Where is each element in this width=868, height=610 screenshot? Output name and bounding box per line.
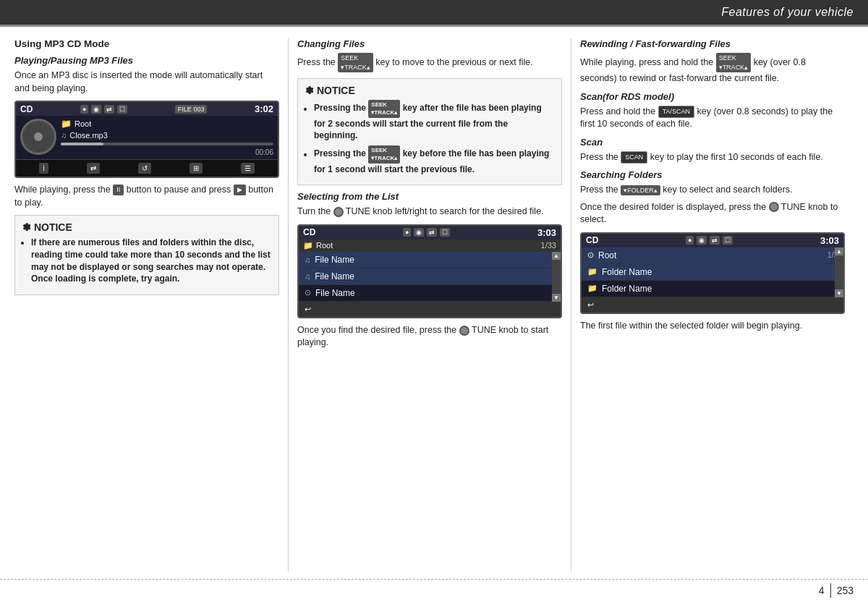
back-icon: ↩	[305, 305, 311, 314]
icon2-signal: ◉	[414, 228, 424, 237]
page-divider	[830, 583, 831, 598]
screen2-back: ↩	[299, 302, 561, 317]
seek-track-button: SEEK▾TRACK▴	[338, 53, 373, 72]
icon-signal: ◉	[91, 105, 101, 114]
rewinding-para: While playing, press and hold the SEEK▾T…	[580, 53, 845, 85]
changing-files-para: Press the SEEK▾TRACK▴ key to move to the…	[297, 53, 562, 72]
icon3-disc: ●	[686, 236, 694, 245]
screen1-body: 📁 Root ♫ Close.mp3 00:06	[16, 116, 278, 159]
screen1-time: 3:02	[255, 103, 273, 114]
screen3-cd-label: CD	[586, 235, 598, 245]
searching-after: The first file within the selected folde…	[580, 320, 845, 333]
scan-para: Press the SCAN key to play the first 10 …	[580, 151, 845, 164]
icon2-disc: ●	[403, 228, 411, 237]
mp3-screen-1: CD ● ◉ ⇄ ☐ FILE 003 3:02 📁 Root	[14, 101, 279, 178]
ctrl-list: ☰	[241, 163, 255, 174]
screen3-item-2: 📁 Folder Name	[582, 264, 843, 281]
column-1: Using MP3 CD Mode Playing/Pausing MP3 Fi…	[14, 38, 289, 572]
screen3-item-3: 📁 Folder Name	[582, 281, 843, 297]
list-item-3: ⊙ File Name	[299, 285, 561, 302]
page-section: 4	[819, 585, 825, 596]
tascan-button: TA/SCAN	[658, 106, 694, 118]
page-num-text: 253	[837, 585, 854, 596]
notice-box-1: ✽ NOTICE If there are numerous files and…	[14, 215, 279, 295]
icon-sound: ☐	[117, 105, 127, 114]
music-icon-1: ♫	[305, 255, 310, 264]
screen1-folder: 📁 Root	[61, 119, 273, 129]
para-playing: Once an MP3 disc is inserted the mode wi…	[14, 69, 279, 95]
scroll-down-3[interactable]: ▼	[835, 289, 843, 297]
page-footer: 4 253	[0, 579, 868, 601]
screen1-file: ♫ Close.mp3	[61, 131, 273, 140]
mp3-screen-2: CD ● ◉ ⇄ ☐ 3:03 📁 Root 1/33 ♫ File Name	[297, 224, 562, 318]
screen3-topbar: CD ● ◉ ⇄ ☐ 3:03	[582, 234, 843, 247]
folder-icon: 📁	[61, 119, 72, 129]
section-title-mp3: Using MP3 CD Mode	[14, 38, 279, 49]
scan-button: SCAN	[621, 151, 647, 164]
icon3-signal: ◉	[697, 236, 707, 245]
back-icon-3: ↩	[587, 300, 594, 310]
icon-disc: ●	[80, 105, 88, 114]
screen1-controls: i ⇄ ↺ ⊞ ☰	[16, 159, 278, 177]
notice-box-2: ✽ NOTICE Pressing the SEEK▾TRACK▴ key af…	[297, 78, 562, 185]
selecting-title: Selecting from the List	[297, 191, 562, 202]
screen2-icons: ● ◉ ⇄ ☐	[403, 228, 450, 237]
screen1-icons: ● ◉ ⇄ ☐	[80, 105, 127, 114]
seek-inline-1: SEEK▾TRACK▴	[368, 100, 400, 117]
seek-track-button-3: SEEK▾TRACK▴	[716, 53, 752, 72]
scan-rds-title: Scan(for RDS model)	[580, 91, 845, 102]
column-2: Changing Files Press the SEEK▾TRACK▴ key…	[289, 38, 571, 572]
scroll-up-3[interactable]: ▲	[835, 247, 843, 255]
header-title: Features of your vehicle	[721, 6, 854, 18]
screen3-back: ↩	[582, 297, 843, 313]
notice-list-2: Pressing the SEEK▾TRACK▴ key after the f…	[305, 100, 554, 175]
progress-fill	[61, 143, 103, 145]
changing-files-title: Changing Files	[297, 38, 562, 49]
list-item-1: ♫ File Name	[299, 252, 561, 268]
screen1-progress	[61, 143, 273, 145]
screen2-scrollbar: ▲ ▼	[552, 252, 561, 302]
notice-item-2b: Pressing the SEEK▾TRACK▴ key before the …	[314, 145, 554, 175]
screen1-elapsed: 00:06	[61, 148, 273, 156]
screen3-item-1: ⊙ Root 1/3	[582, 247, 843, 264]
music-icon: ♫	[61, 131, 67, 140]
screen1-topbar: CD ● ◉ ⇄ ☐ FILE 003 3:02	[16, 102, 278, 116]
folder-button: ▾FOLDER▴	[621, 185, 660, 196]
screen2-folder-icon: 📁	[303, 241, 313, 250]
scan-title: Scan	[580, 137, 845, 148]
screen1-cd-label: CD	[20, 104, 33, 114]
play-button-inline: ▶	[234, 185, 246, 195]
screen2-cd-label: CD	[303, 227, 315, 237]
music-icon-2: ♫	[305, 272, 310, 281]
page-number: 4 253	[819, 583, 854, 598]
rewinding-title: Rewinding / Fast-forwarding Files	[580, 38, 845, 49]
notice-item-2a: Pressing the SEEK▾TRACK▴ key after the f…	[314, 100, 554, 142]
screen2-list-area: ♫ File Name ♫ File Name ⊙ File Name ▲ ▼	[299, 252, 561, 302]
folder-icon-root: ⊙	[587, 250, 594, 260]
scroll-up[interactable]: ▲	[552, 252, 561, 260]
scroll-down[interactable]: ▼	[552, 294, 561, 302]
scan-rds-para: Press and hold the TA/SCAN key (over 0.8…	[580, 106, 845, 131]
screen2-topbar: CD ● ◉ ⇄ ☐ 3:03	[299, 226, 561, 240]
folder-icon-2: 📁	[587, 267, 597, 276]
file-badge: FILE 003	[175, 105, 208, 114]
notice-title-2: ✽ NOTICE	[305, 85, 554, 96]
screen2-count: 1/33	[541, 241, 556, 250]
screen2-time: 3:03	[537, 227, 556, 238]
searching-title: Searching Folders	[580, 169, 845, 180]
screen3-scrollbar: ▲ ▼	[835, 247, 843, 297]
notice-title-1: ✽ NOTICE	[22, 221, 271, 233]
screen3-list-area: ⊙ Root 1/3 📁 Folder Name 📁 Folder Name ▲…	[582, 247, 843, 297]
screen1-info: 📁 Root ♫ Close.mp3 00:06	[61, 119, 273, 156]
list-item-2: ♫ File Name	[299, 268, 561, 285]
disc-icon	[20, 119, 56, 155]
tune-knob-inline-3	[769, 202, 779, 212]
notice-list-1: If there are numerous files and folders …	[22, 237, 271, 285]
tune-knob-inline	[333, 207, 344, 217]
icon2-sound: ☐	[440, 228, 450, 237]
pause-button-inline: II	[113, 185, 124, 195]
screen2-folder-row: 📁 Root 1/33	[299, 240, 561, 252]
para-pause: While playing, press the II button to pa…	[14, 184, 279, 209]
icon3-sound: ☐	[723, 236, 733, 245]
ctrl-repeat: ↺	[138, 163, 151, 174]
